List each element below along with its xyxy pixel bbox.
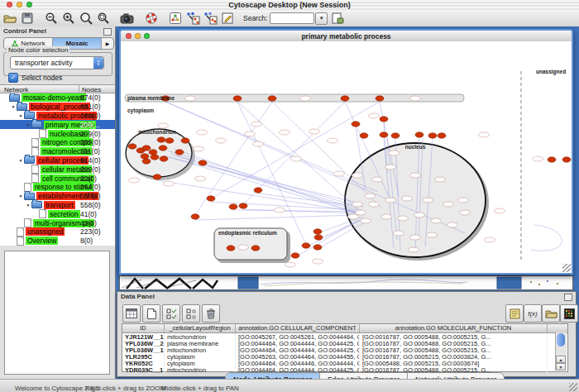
- label-node[interactable]: [291, 156, 302, 161]
- label-node[interactable]: [185, 96, 196, 101]
- nucleus-node[interactable]: [365, 194, 376, 198]
- tree-row-cell-communicat[interactable]: cell communicat22(0): [0, 174, 115, 183]
- gene-node[interactable]: [142, 146, 151, 151]
- nucleus-node[interactable]: [402, 196, 413, 201]
- gene-node[interactable]: [227, 246, 235, 251]
- label-node[interactable]: [195, 176, 206, 181]
- label-node[interactable]: [352, 173, 363, 178]
- nucleus-node[interactable]: [385, 165, 396, 170]
- label-node[interactable]: [334, 171, 345, 176]
- network-window-titlebar[interactable]: primary metabolic process: [121, 31, 572, 42]
- tree-row-nucleobase-[interactable]: nucleobase-209(0): [0, 129, 115, 138]
- label-node[interactable]: [158, 123, 169, 128]
- tree-expand-icon[interactable]: ▼: [17, 158, 24, 163]
- nucleus-node[interactable]: [398, 216, 409, 221]
- label-node[interactable]: [275, 208, 285, 213]
- nucleus-node[interactable]: [427, 232, 438, 237]
- column-header[interactable]: _cellularLayoutRegion: [165, 324, 236, 332]
- tree-expand-icon[interactable]: ▼: [17, 113, 24, 118]
- combobox-stepper-icon[interactable]: ▲▼: [93, 57, 103, 69]
- gene-node[interactable]: [360, 133, 368, 138]
- gene-node[interactable]: [314, 235, 323, 240]
- gene-node[interactable]: [313, 245, 322, 250]
- tree-row-secretion[interactable]: secretion41(0): [0, 209, 115, 218]
- nucleus-node[interactable]: [414, 213, 425, 218]
- gene-node[interactable]: [181, 138, 189, 143]
- gene-node[interactable]: [438, 133, 446, 138]
- gene-node[interactable]: [153, 174, 161, 179]
- zoom-fit-button[interactable]: [79, 12, 93, 26]
- tree-row-cellular-metabo[interactable]: cellular metabo209(0): [0, 165, 115, 174]
- tree-row-multi-organism-pro[interactable]: multi-organism pro42(0): [0, 218, 115, 227]
- label-node[interactable]: [194, 146, 204, 151]
- select-nodes-checkbox[interactable]: ✓: [8, 73, 18, 83]
- nucleus-node[interactable]: [447, 222, 458, 227]
- merge-networks-alt-button[interactable]: [203, 12, 218, 26]
- help-button[interactable]: [144, 12, 159, 26]
- scroll-up-button[interactable]: ▲: [556, 356, 566, 363]
- gene-node[interactable]: [291, 253, 299, 258]
- label-node[interactable]: [410, 96, 421, 101]
- scroll-down-button[interactable]: ▼: [556, 363, 566, 370]
- nucleus-node[interactable]: [431, 218, 442, 223]
- gene-node[interactable]: [151, 155, 159, 160]
- tree-row-unassigned[interactable]: unassigned223(0): [0, 227, 115, 237]
- nucleus-node[interactable]: [410, 235, 421, 240]
- column-header[interactable]: annotation.GO MOLECULAR_FUNCTION: [360, 324, 548, 332]
- gene-node[interactable]: [199, 160, 207, 165]
- gene-node[interactable]: [548, 157, 556, 162]
- search-input[interactable]: [270, 12, 314, 24]
- gene-node[interactable]: [165, 138, 174, 143]
- nucleus-node[interactable]: [372, 177, 383, 182]
- nucleus-node[interactable]: [381, 214, 392, 219]
- label-node[interactable]: [251, 122, 262, 127]
- tree-label[interactable]: unassigned: [26, 227, 65, 236]
- label-node[interactable]: [129, 178, 140, 183]
- label-node[interactable]: [479, 132, 490, 137]
- zoom-selected-button[interactable]: [96, 12, 111, 26]
- tree-row-macromolecule[interactable]: macromolecule311(0): [0, 147, 115, 156]
- network-graph[interactable]: plasma membranecytoplasmmitochondrionnuc…: [121, 41, 572, 273]
- nucleus-node[interactable]: [458, 198, 469, 203]
- nucleus-node[interactable]: [410, 173, 421, 178]
- delete-attribute-button[interactable]: [202, 304, 220, 323]
- node-color-combobox[interactable]: transporter activity ▲▼: [10, 56, 104, 69]
- label-node[interactable]: [280, 130, 290, 135]
- birdseye-navigator[interactable]: [4, 251, 110, 375]
- formula-button[interactable]: f(x): [524, 304, 542, 323]
- tree-label[interactable]: Overview: [26, 237, 58, 245]
- nucleus-node[interactable]: [394, 231, 404, 236]
- float-panel-icon[interactable]: [103, 28, 112, 36]
- gene-node[interactable]: [229, 204, 237, 209]
- gene-node[interactable]: [352, 122, 360, 127]
- gene-node[interactable]: [415, 132, 423, 137]
- gene-node[interactable]: [159, 146, 167, 151]
- label-node[interactable]: [313, 259, 323, 264]
- save-session-button[interactable]: [20, 12, 35, 26]
- import-attributes-button[interactable]: [542, 304, 560, 323]
- tree-row-establishment-of-lo[interactable]: ▼establishment of lo558(0): [0, 192, 115, 201]
- label-node[interactable]: [300, 96, 311, 101]
- select-attributes-button[interactable]: [162, 304, 180, 323]
- tree-row-transport[interactable]: ▼transport558(0): [0, 201, 115, 210]
- nucleus-node[interactable]: [385, 198, 396, 203]
- tree-row-primary-metabo[interactable]: ▼primary metabo209(...: [0, 120, 115, 129]
- label-node[interactable]: [164, 181, 175, 186]
- open-file-button[interactable]: [2, 12, 17, 26]
- gene-node[interactable]: [313, 229, 322, 234]
- search-options-button[interactable]: [330, 12, 345, 26]
- gene-node[interactable]: [380, 117, 388, 122]
- label-node[interactable]: [238, 245, 249, 250]
- label-node[interactable]: [309, 129, 320, 134]
- notes-button[interactable]: [505, 304, 524, 323]
- label-node[interactable]: [197, 130, 208, 135]
- table-scrollbar[interactable]: ▲ ▼: [555, 332, 567, 370]
- nucleus-node[interactable]: [409, 247, 419, 252]
- label-node[interactable]: [245, 131, 256, 136]
- column-header[interactable]: ID: [122, 324, 165, 332]
- tree-row-nitrogen-compo[interactable]: nitrogen compo209(0): [0, 138, 115, 147]
- snapshot-button[interactable]: [120, 12, 135, 26]
- nucleus-node[interactable]: [460, 210, 471, 215]
- label-node[interactable]: [389, 151, 400, 155]
- gene-node[interactable]: [191, 214, 199, 219]
